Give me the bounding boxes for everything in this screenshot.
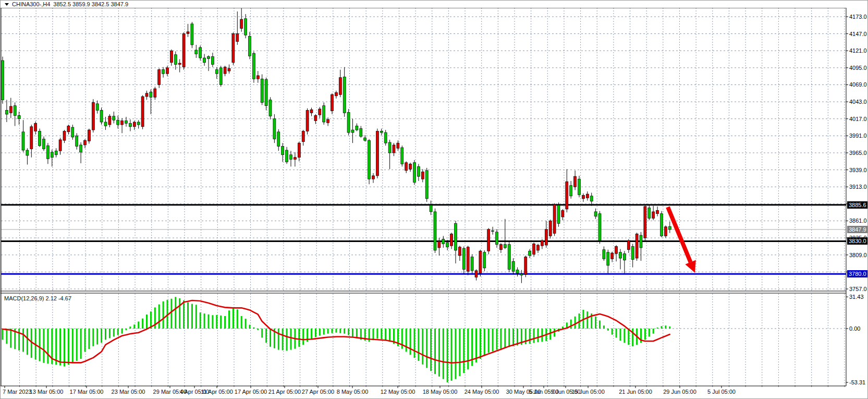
candle-body (108, 116, 111, 125)
mt4-chart-window: CHINA300-,H4 3852.5 3859.9 3842.5 3847.9… (0, 0, 868, 399)
price-tick-label: 3939.0 (849, 167, 867, 173)
chart-canvas[interactable] (1, 1, 868, 399)
chart-ohlc-values: 3852.5 3859.9 3842.5 3847.9 (53, 1, 128, 7)
candle-body (88, 130, 90, 141)
candle-body (442, 239, 445, 244)
candle-body (455, 224, 457, 250)
candle-body (282, 146, 284, 154)
candle-body (26, 150, 29, 155)
candle-body (356, 126, 358, 130)
time-axis: 7 Mar 202313 Mar 05:0017 Mar 05:0023 Mar… (1, 388, 868, 397)
candle-body (648, 208, 651, 218)
candle-body (401, 148, 404, 164)
candle-body (331, 94, 334, 111)
candle-body (187, 32, 189, 34)
macd-tick-label: 0.00 (849, 325, 860, 332)
candle-body (475, 271, 478, 277)
candle-body (182, 34, 185, 67)
candle-body (590, 196, 593, 201)
symbol-dropdown-icon[interactable] (5, 3, 9, 6)
candle-body (615, 246, 618, 253)
candle-body (9, 106, 12, 113)
candle-body (405, 163, 408, 171)
time-tick-label: 23 Mar 05:00 (112, 389, 145, 395)
candle-body (2, 61, 4, 100)
level-price-label: 3780.0 (847, 270, 868, 277)
macd-tick-label: 31.43 (849, 294, 864, 300)
chart-title-bar: CHINA300-,H4 3852.5 3859.9 3842.5 3847.9 (1, 1, 846, 8)
candle-body (450, 234, 453, 246)
chart-symbol-period: CHINA300-,H4 (12, 1, 50, 7)
candle-body (462, 248, 465, 269)
candle-body (30, 127, 33, 149)
candle-body (96, 104, 99, 111)
price-tick-label: 4173.0 (849, 14, 867, 20)
candle-body (236, 34, 239, 42)
candle-body (211, 57, 214, 65)
candle-body (434, 212, 436, 250)
candle-body (59, 140, 62, 151)
candle-body (467, 247, 469, 271)
candle-body (92, 102, 94, 130)
candle-body (343, 77, 346, 113)
candle-body (18, 115, 20, 118)
candle-body (409, 164, 412, 169)
candle-body (557, 205, 560, 223)
candle-body (368, 140, 371, 179)
candle-body (351, 130, 354, 132)
candle-body (286, 150, 288, 162)
candle-body (327, 119, 329, 123)
price-tick-label: 4043.0 (849, 99, 867, 105)
candle-body (310, 110, 313, 113)
price-tick-label: 4069.0 (849, 81, 867, 88)
candle-body (125, 121, 128, 124)
candle-body (219, 68, 222, 85)
candle-body (417, 166, 420, 176)
candle-body (545, 229, 547, 245)
candle-body (232, 34, 235, 63)
candle-body (446, 243, 449, 247)
time-tick-label: 7 Mar 2023 (3, 389, 32, 395)
candle-body (619, 252, 622, 258)
candle-body (298, 143, 300, 158)
price-tick-label: 4017.0 (849, 116, 867, 122)
candle-body (170, 51, 173, 63)
time-tick-label: 17 Mar 05:00 (70, 389, 104, 395)
time-tick-label: 15 Jun 05:00 (571, 389, 605, 395)
candle-body (664, 227, 667, 236)
candle-body (384, 132, 387, 143)
candle-body (561, 210, 564, 217)
candle-body (145, 93, 148, 96)
price-tick-label: 3757.0 (849, 286, 867, 292)
candle-body (574, 176, 577, 187)
candle-body (22, 132, 25, 150)
candle-body (261, 79, 263, 102)
time-tick-label: 29 Jun 05:00 (663, 389, 696, 395)
candle-body (306, 110, 309, 131)
candle-body (640, 235, 642, 248)
candle-body (191, 24, 193, 45)
candle-body (39, 131, 41, 146)
candle-body (249, 37, 251, 56)
candle-body (492, 231, 494, 231)
candle-body (273, 119, 276, 139)
candle-body (67, 126, 70, 132)
price-tick-label: 3991.0 (849, 132, 867, 139)
candle-body (508, 245, 510, 270)
candle-body (425, 171, 428, 199)
candle-body (121, 121, 124, 125)
price-tick-label: 3861.0 (849, 217, 867, 224)
candle-body (80, 145, 82, 152)
candle-body (43, 139, 45, 149)
candle-body (14, 106, 16, 116)
candle-body (421, 172, 424, 179)
candle-body (335, 93, 337, 96)
candle-body (46, 146, 49, 159)
candle-body (166, 68, 169, 74)
candle-body (265, 79, 267, 105)
candle-body (129, 124, 131, 127)
candle-body (541, 240, 543, 246)
candle-body (240, 19, 243, 29)
candle-body (578, 179, 581, 195)
candle-body (199, 47, 202, 58)
